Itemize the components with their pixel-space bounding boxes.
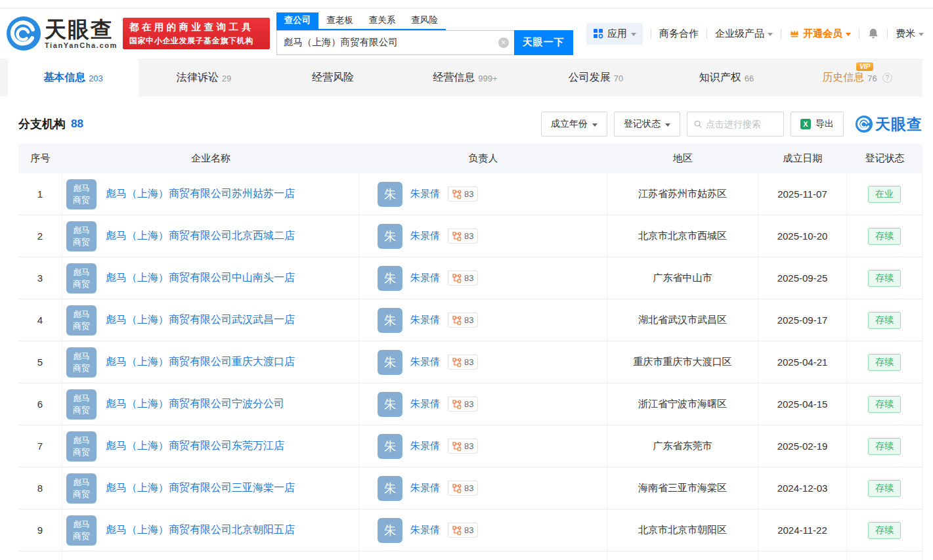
top-nav: 应用 商务合作 企业级产品 开通会员 [586, 23, 924, 45]
nav-open-membership[interactable]: 开通会员 [789, 28, 851, 40]
search-button[interactable]: 天眼一下 [514, 30, 573, 55]
relation-graph-badge[interactable]: 83 [448, 186, 478, 202]
person-name-link[interactable]: 朱景倩 [410, 188, 440, 200]
search-tab-risk[interactable]: 查风险 [403, 12, 446, 29]
branch-search-box[interactable] [687, 112, 784, 137]
company-logo[interactable]: 彪马 商贸 [66, 389, 97, 420]
person-name-link[interactable]: 朱景倩 [410, 398, 440, 410]
founding-year-filter[interactable]: 成立年份 [541, 112, 607, 137]
company-logo[interactable]: 彪马 商贸 [66, 431, 97, 462]
brand-logo[interactable]: 天眼查 TianYanCha.com [7, 16, 118, 51]
tab-operating-risk[interactable]: 经营风险 [269, 58, 400, 97]
person-name-link[interactable]: 朱景倩 [410, 524, 440, 536]
user-menu[interactable]: 费米 [896, 28, 924, 40]
person-name-link[interactable]: 朱景倩 [410, 356, 440, 368]
user-name: 费米 [896, 28, 915, 40]
export-button[interactable]: X 导出 [791, 112, 844, 137]
search-tab-company[interactable]: 查公司 [276, 12, 319, 29]
company-name-link[interactable]: 彪马（上海）商贸有限公司北京西城二店 [106, 229, 295, 243]
tab-intellectual-property[interactable]: 知识产权 66 [661, 58, 792, 97]
company-logo[interactable]: 彪马 商贸 [66, 179, 97, 209]
tab-history-info[interactable]: 历史信息 VIP 76 ? [792, 58, 922, 97]
company-logo[interactable]: 彪马 商贸 [66, 347, 97, 377]
table-row: 5 彪马 商贸 彪马（上海）商贸有限公司重庆大渡口店 朱 朱景倩 83 重庆市重… [18, 341, 922, 383]
avatar[interactable]: 朱 [378, 392, 402, 417]
company-name-link[interactable]: 彪马（上海）商贸有限公司三亚海棠一店 [106, 481, 295, 495]
avatar[interactable]: 朱 [378, 182, 402, 207]
nav-business-cooperation[interactable]: 商务合作 [659, 28, 699, 40]
divider [706, 29, 707, 39]
company-name-link[interactable]: 彪马（上海）商贸有限公司中山南头一店 [106, 271, 295, 285]
person-name-link[interactable]: 朱景倩 [410, 230, 440, 242]
relation-graph-badge[interactable]: 83 [448, 439, 478, 454]
bell-icon [867, 28, 879, 39]
region-cell: 广东省东莞市 [607, 425, 758, 467]
chevron-down-icon [592, 123, 597, 127]
row-number: 4 [18, 299, 62, 341]
person-name-link[interactable]: 朱景倩 [410, 272, 440, 284]
company-logo[interactable]: 彪马 商贸 [66, 305, 97, 335]
row-number: 7 [18, 425, 62, 467]
avatar[interactable]: 朱 [378, 518, 402, 543]
status-badge: 存续 [868, 522, 901, 539]
notifications-bell[interactable] [867, 28, 879, 39]
tab-company-development[interactable]: 公司发展 70 [531, 58, 661, 97]
avatar[interactable]: 朱 [378, 434, 402, 459]
row-number: 2 [18, 215, 62, 257]
search-tab-boss[interactable]: 查老板 [318, 12, 361, 29]
col-header-date: 成立日期 [758, 152, 847, 165]
status-badge: 存续 [868, 480, 901, 497]
promo-line1: 都在用的商业查询工具 [129, 21, 263, 33]
relation-graph-badge[interactable]: 83 [448, 355, 478, 370]
relation-graph-icon [452, 316, 462, 325]
company-logo[interactable]: 彪马 商贸 [66, 473, 97, 504]
avatar[interactable]: 朱 [378, 266, 402, 291]
relation-graph-badge[interactable]: 83 [448, 270, 478, 286]
company-logo[interactable]: 彪马 商贸 [66, 263, 97, 293]
avatar[interactable]: 朱 [378, 350, 402, 375]
apps-label: 应用 [607, 28, 627, 40]
avatar[interactable]: 朱 [378, 224, 402, 249]
tab-operating-info[interactable]: 经营信息 999+ [400, 58, 531, 97]
apps-menu[interactable]: 应用 [586, 23, 643, 45]
tab-legal-litigation[interactable]: 法律诉讼 29 [139, 58, 269, 97]
help-icon[interactable]: ? [882, 73, 892, 83]
company-name-link[interactable]: 彪马（上海）商贸有限公司武汉武昌一店 [106, 313, 295, 327]
divider [651, 29, 651, 39]
search-input[interactable] [276, 30, 514, 55]
avatar[interactable]: 朱 [378, 308, 402, 333]
relation-graph-badge[interactable]: 83 [448, 228, 478, 244]
tab-basic-info[interactable]: 基本信息 203 [8, 58, 139, 97]
avatar[interactable]: 朱 [378, 476, 402, 501]
region-cell: 北京市北京市西城区 [607, 215, 758, 257]
relation-graph-badge[interactable]: 83 [448, 397, 478, 412]
relation-graph-icon [452, 232, 462, 241]
region-cell: 浙江省宁波市海曙区 [607, 383, 758, 425]
promo-line2: 国家中小企业发展子基金旗下机构 [129, 35, 263, 47]
company-logo[interactable]: 彪马 商贸 [66, 221, 97, 251]
relation-count: 83 [464, 357, 473, 367]
table-header-row: 序号 企业名称 负责人 地区 成立日期 登记状态 [18, 144, 922, 173]
branch-search-input[interactable] [706, 119, 777, 129]
company-name-link[interactable]: 彪马（上海）商贸有限公司北京朝阳五店 [106, 523, 295, 537]
region-cell: 湖北省武汉市武昌区 [607, 299, 758, 341]
company-logo[interactable]: 彪马 商贸 [66, 515, 97, 546]
company-name-link[interactable]: 彪马（上海）商贸有限公司苏州姑苏一店 [106, 187, 295, 201]
person-name-link[interactable]: 朱景倩 [410, 440, 440, 452]
table-row: 1 彪马 商贸 彪马（上海）商贸有限公司苏州姑苏一店 朱 朱景倩 83 江苏省苏… [18, 173, 922, 215]
company-name-link[interactable]: 彪马（上海）商贸有限公司东莞万江店 [106, 439, 284, 453]
person-name-link[interactable]: 朱景倩 [410, 482, 440, 494]
person-name-link[interactable]: 朱景倩 [410, 314, 440, 326]
relation-graph-badge[interactable]: 83 [448, 481, 478, 496]
company-name-link[interactable]: 彪马（上海）商贸有限公司宁波分公司 [106, 397, 284, 411]
relation-graph-badge[interactable]: 83 [448, 523, 478, 538]
clear-input-icon[interactable]: × [498, 37, 509, 48]
date-cell: 2025-09-25 [758, 257, 847, 299]
search-tab-relation[interactable]: 查关系 [361, 12, 404, 29]
date-cell: 2025-09-17 [758, 299, 847, 341]
company-name-link[interactable]: 彪马（上海）商贸有限公司重庆大渡口店 [106, 355, 295, 369]
nav-enterprise-products[interactable]: 企业级产品 [715, 28, 773, 40]
date-cell: 2024-12-03 [758, 467, 847, 509]
registration-status-filter[interactable]: 登记状态 [614, 112, 680, 137]
relation-graph-badge[interactable]: 83 [448, 312, 478, 328]
